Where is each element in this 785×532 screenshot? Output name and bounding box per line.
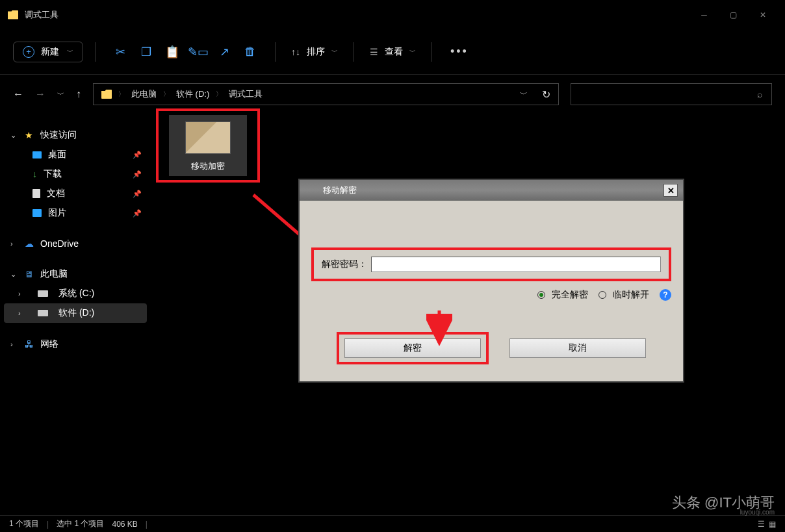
chevron-right-icon: ›	[18, 290, 27, 298]
dialog-close-button[interactable]: ✕	[663, 184, 678, 197]
radio-full-decrypt[interactable]	[537, 291, 545, 299]
sidebar-item-label: 桌面	[48, 149, 66, 160]
sidebar-item-label: 系统 (C:)	[58, 288, 94, 299]
view-label: 查看	[385, 46, 403, 58]
file-name: 移动加密	[173, 160, 243, 172]
sidebar-item-label: 下载	[44, 168, 62, 180]
cut-icon[interactable]: ✂	[107, 39, 133, 65]
dialog-titlebar[interactable]: 移动解密 ✕	[300, 180, 683, 201]
search-input[interactable]: ⌕	[571, 83, 772, 105]
refresh-icon[interactable]: ↻	[542, 88, 550, 101]
sidebar-drive-d[interactable]: › 软件 (D:)	[4, 303, 147, 323]
sidebar-desktop[interactable]: 桌面 📌	[4, 145, 147, 164]
share-icon[interactable]: ↗	[211, 39, 237, 65]
watermark: 头条 @IT小萌哥 luyouqi.com	[672, 493, 775, 513]
new-label: 新建	[41, 46, 59, 58]
forward-button[interactable]: →	[35, 88, 45, 100]
up-button[interactable]: ↑	[76, 88, 81, 100]
file-thumbnail	[185, 121, 231, 154]
chevron-down-icon: ⌄	[10, 131, 19, 140]
sort-button[interactable]: ↑↓ 排序 ﹀	[287, 46, 342, 58]
sidebar-item-label: 此电脑	[40, 268, 68, 280]
sidebar: ⌄ ★ 快速访问 桌面 📌 ↓下载 📌 文档 📌 图片 📌 › ☁ OneDri…	[0, 114, 151, 515]
help-icon[interactable]: ?	[660, 289, 671, 301]
sidebar-onedrive[interactable]: › ☁ OneDrive	[4, 234, 147, 253]
delete-icon[interactable]: 🗑	[237, 39, 263, 65]
chevron-down-icon: ﹀	[409, 47, 416, 57]
radio-label: 临时解开	[613, 289, 649, 301]
radio-temp-open[interactable]	[598, 291, 606, 299]
breadcrumb-item[interactable]: 软件 (D:)	[176, 88, 209, 100]
paste-icon[interactable]: 📋	[159, 39, 185, 65]
sidebar-downloads[interactable]: ↓下载 📌	[4, 164, 147, 184]
pin-icon: 📌	[133, 151, 142, 159]
sidebar-item-label: OneDrive	[40, 238, 79, 249]
star-icon: ★	[25, 130, 35, 140]
cancel-button[interactable]: 取消	[509, 338, 646, 358]
annotation-box: 解密密码：	[311, 247, 671, 281]
view-icon: ☰	[370, 47, 378, 57]
status-count: 1 个项目	[9, 518, 39, 529]
status-size: 406 KB	[112, 520, 137, 529]
pin-icon: 📌	[133, 209, 142, 218]
details-view-icon[interactable]: ☰	[758, 520, 765, 529]
statusbar: 1 个项目 | 选中 1 个项目 406 KB | ☰ ▦	[0, 515, 785, 532]
minimize-button[interactable]: ─	[689, 5, 719, 25]
radio-label: 完全解密	[552, 289, 588, 301]
sidebar-this-pc[interactable]: ⌄ 🖥 此电脑	[4, 264, 147, 284]
titlebar: 调式工具 ─ ▢ ✕	[0, 0, 785, 29]
pin-icon: 📌	[133, 190, 142, 198]
cloud-icon: ☁	[25, 238, 35, 249]
more-button[interactable]: •••	[444, 45, 475, 58]
watermark-sub: luyouqi.com	[740, 509, 775, 516]
sort-label: 排序	[307, 46, 325, 58]
chevron-down-icon: ﹀	[331, 47, 338, 57]
new-button[interactable]: + 新建 ﹀	[13, 42, 83, 62]
close-button[interactable]: ✕	[748, 5, 777, 25]
annotation-box: 移动加密	[156, 108, 260, 183]
breadcrumb-item[interactable]: 此电脑	[131, 88, 157, 100]
breadcrumb-item[interactable]: 调式工具	[229, 88, 263, 100]
annotation-box: 解密	[337, 332, 489, 364]
copy-icon[interactable]: ❐	[133, 39, 159, 65]
chevron-right-icon: ›	[10, 340, 19, 348]
pc-icon: 🖥	[25, 269, 35, 279]
plus-icon: +	[23, 46, 34, 58]
desktop-icon	[32, 151, 42, 158]
pin-icon: 📌	[133, 170, 142, 179]
folder-icon	[101, 90, 112, 99]
rename-icon[interactable]: ✎▭	[185, 39, 211, 65]
recent-button[interactable]: ﹀	[57, 90, 64, 99]
content-area: 移动加密 移动解密 ✕ 解密密码：	[151, 114, 785, 515]
sidebar-documents[interactable]: 文档 📌	[4, 184, 147, 203]
sort-icon: ↑↓	[291, 47, 300, 57]
sidebar-drive-c[interactable]: › 系统 (C:)	[4, 284, 147, 303]
sidebar-item-label: 网络	[40, 338, 58, 350]
file-item[interactable]: 移动加密	[169, 115, 247, 176]
back-button[interactable]: ←	[13, 88, 23, 100]
chevron-right-icon: ›	[18, 309, 27, 317]
network-icon: 🖧	[25, 339, 35, 349]
sidebar-pictures[interactable]: 图片 📌	[4, 203, 147, 223]
decrypt-dialog: 移动解密 ✕ 解密密码： 完全解密 临时解开 ?	[298, 179, 684, 383]
address-bar[interactable]: 〉 此电脑 〉 软件 (D:) 〉 调式工具 ﹀ ↻	[93, 83, 559, 105]
address-row: ← → ﹀ ↑ 〉 此电脑 〉 软件 (D:) 〉 调式工具 ﹀ ↻ ⌕	[0, 75, 785, 114]
toolbar: + 新建 ﹀ ✂ ❐ 📋 ✎▭ ↗ 🗑 ↑↓ 排序 ﹀ ☰ 查看 ﹀ •••	[0, 29, 785, 75]
drive-icon	[38, 310, 48, 316]
chevron-right-icon: ›	[10, 240, 19, 247]
dialog-body: 解密密码： 完全解密 临时解开 ?	[300, 201, 683, 381]
sidebar-network[interactable]: › 🖧 网络	[4, 335, 147, 354]
maximize-button[interactable]: ▢	[719, 5, 748, 25]
pictures-icon	[32, 209, 42, 217]
decrypt-button[interactable]: 解密	[344, 338, 481, 358]
sidebar-item-label: 软件 (D:)	[58, 307, 94, 319]
view-button[interactable]: ☰ 查看 ﹀	[366, 46, 420, 58]
tiles-view-icon[interactable]: ▦	[769, 520, 776, 529]
drive-icon	[38, 290, 48, 297]
sidebar-item-label: 快速访问	[40, 129, 77, 141]
sidebar-quick-access[interactable]: ⌄ ★ 快速访问	[4, 125, 147, 145]
search-icon: ⌕	[757, 89, 762, 99]
window-title: 调式工具	[25, 9, 58, 21]
password-input[interactable]	[371, 257, 661, 272]
chevron-down-icon[interactable]: ﹀	[520, 89, 528, 100]
